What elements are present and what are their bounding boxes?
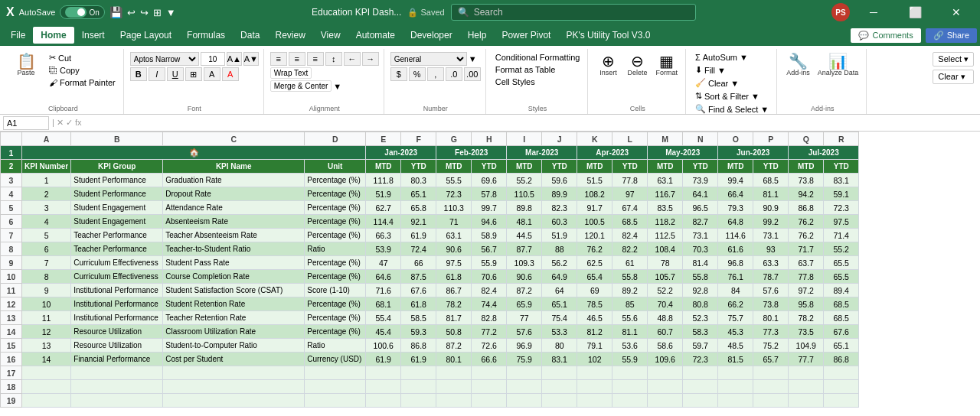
autosum-button[interactable]: Σ AutoSum ▼	[692, 52, 751, 63]
col-header-f[interactable]: F	[401, 132, 436, 146]
value-cell[interactable]: 63.1	[436, 229, 472, 242]
value-cell[interactable]: 80	[542, 339, 577, 353]
value-cell[interactable]: 70.4	[648, 297, 683, 311]
value-cell[interactable]: 75.7	[718, 311, 753, 325]
value-cell[interactable]: 82.7	[683, 215, 718, 229]
sheet-scroll[interactable]: A B C D E F G H I J K L M N O P Q	[0, 132, 980, 416]
value-cell[interactable]: 82.8	[472, 311, 507, 325]
value-cell[interactable]: 72.3	[436, 187, 472, 201]
value-cell[interactable]: 89.8	[507, 201, 542, 215]
value-cell[interactable]: 97.2	[789, 284, 824, 297]
kpi-name-cell[interactable]: Attendance Rate	[163, 201, 305, 215]
cell-styles-button[interactable]: Cell Styles	[492, 76, 538, 87]
kpi-number-cell[interactable]: 7	[22, 256, 71, 270]
unit-cell[interactable]: Percentage (%)	[305, 325, 366, 339]
value-cell[interactable]: 110.5	[507, 187, 542, 201]
value-cell[interactable]: 82.2	[612, 242, 648, 256]
value-cell[interactable]: 72.3	[824, 201, 859, 215]
row-header-6[interactable]: 6	[1, 215, 22, 229]
value-cell[interactable]: 55.9	[472, 256, 507, 270]
kpi-number-cell[interactable]: 2	[22, 187, 71, 201]
value-cell[interactable]: 65.1	[542, 297, 577, 311]
kpi-number-cell[interactable]: 1	[22, 174, 71, 187]
value-cell[interactable]: 46.5	[577, 311, 612, 325]
empty-cell[interactable]	[789, 394, 824, 408]
value-cell[interactable]: 78.2	[436, 297, 472, 311]
row-header-13[interactable]: 13	[1, 311, 22, 325]
value-cell[interactable]: 99.4	[718, 174, 753, 187]
value-cell[interactable]: 63.1	[648, 174, 683, 187]
value-cell[interactable]: 65.1	[401, 187, 436, 201]
value-cell[interactable]: 118.2	[648, 215, 683, 229]
value-cell[interactable]: 61.8	[401, 297, 436, 311]
value-cell[interactable]: 48.5	[718, 339, 753, 353]
value-cell[interactable]: 79.1	[577, 339, 612, 353]
redo-icon[interactable]: ↪	[140, 7, 149, 18]
value-cell[interactable]: 57.6	[753, 284, 789, 297]
value-cell[interactable]: 99.2	[753, 215, 789, 229]
row-header-17[interactable]: 17	[1, 366, 22, 380]
fill-button[interactable]: ⬇ Fill ▼	[692, 64, 729, 76]
comma-button[interactable]: ,	[427, 67, 444, 81]
value-cell[interactable]: 82.4	[472, 284, 507, 297]
empty-cell[interactable]	[163, 394, 305, 408]
kpi-group-cell[interactable]: Student Engagement	[71, 215, 163, 229]
conditional-formatting-button[interactable]: Conditional Formatting	[492, 52, 583, 63]
unit-cell[interactable]: Percentage (%)	[305, 229, 366, 242]
value-cell[interactable]: 96.9	[507, 339, 542, 353]
font-size-input[interactable]	[201, 52, 225, 66]
value-cell[interactable]: 75.4	[542, 311, 577, 325]
col-header-p[interactable]: P	[753, 132, 789, 146]
comments-button[interactable]: 💬 Comments	[851, 28, 920, 43]
value-cell[interactable]: 105.7	[648, 270, 683, 284]
increase-decimal-button[interactable]: .00	[464, 67, 481, 81]
empty-cell[interactable]	[472, 366, 507, 380]
row-header-8[interactable]: 8	[1, 242, 22, 256]
empty-cell[interactable]	[22, 394, 71, 408]
row-header-11[interactable]: 11	[1, 284, 22, 297]
merge-center-button[interactable]: Merge & Center	[270, 80, 332, 92]
empty-cell[interactable]	[305, 394, 366, 408]
value-cell[interactable]: 67.4	[612, 201, 648, 215]
currency-button[interactable]: $	[390, 67, 407, 81]
value-cell[interactable]: 108.2	[577, 187, 612, 201]
value-cell[interactable]: 108.4	[648, 242, 683, 256]
value-cell[interactable]: 77.3	[753, 325, 789, 339]
clear-dropdown-button[interactable]: Clear ▾	[933, 70, 974, 84]
value-cell[interactable]: 61.9	[401, 353, 436, 366]
value-cell[interactable]: 72.3	[683, 353, 718, 366]
value-cell[interactable]: 96.8	[718, 256, 753, 270]
unit-cell[interactable]: Ratio	[305, 242, 366, 256]
value-cell[interactable]: 112.5	[648, 229, 683, 242]
value-cell[interactable]: 116.7	[648, 187, 683, 201]
number-format-select[interactable]: General	[390, 52, 467, 66]
kpi-name-cell[interactable]: Teacher Retention Rate	[163, 311, 305, 325]
decrease-decimal-button[interactable]: .0	[446, 67, 462, 81]
align-left-button[interactable]: ≡	[270, 52, 287, 66]
value-cell[interactable]: 63.3	[753, 256, 789, 270]
value-cell[interactable]: 56.7	[472, 242, 507, 256]
value-cell[interactable]: 65.9	[507, 297, 542, 311]
value-cell[interactable]: 66	[401, 256, 436, 270]
value-cell[interactable]: 99.7	[472, 201, 507, 215]
tab-data[interactable]: Data	[233, 27, 267, 44]
value-cell[interactable]: 90.9	[753, 201, 789, 215]
empty-cell[interactable]	[577, 366, 612, 380]
empty-cell[interactable]	[401, 366, 436, 380]
value-cell[interactable]: 89.2	[612, 284, 648, 297]
tab-review[interactable]: Review	[267, 27, 312, 44]
value-cell[interactable]: 65.7	[753, 353, 789, 366]
empty-cell[interactable]	[683, 366, 718, 380]
insert-button[interactable]: ⊕ Insert	[594, 52, 622, 78]
value-cell[interactable]: 91.7	[577, 201, 612, 215]
value-cell[interactable]: 80.1	[753, 311, 789, 325]
value-cell[interactable]: 109.3	[507, 256, 542, 270]
value-cell[interactable]: 81.7	[436, 311, 472, 325]
empty-cell[interactable]	[22, 380, 71, 394]
value-cell[interactable]: 71	[436, 215, 472, 229]
value-cell[interactable]: 57.6	[507, 325, 542, 339]
kpi-number-cell[interactable]: 11	[22, 311, 71, 325]
col-header-a[interactable]: A	[22, 132, 71, 146]
kpi-name-cell[interactable]: Student Pass Rate	[163, 256, 305, 270]
empty-cell[interactable]	[542, 366, 577, 380]
